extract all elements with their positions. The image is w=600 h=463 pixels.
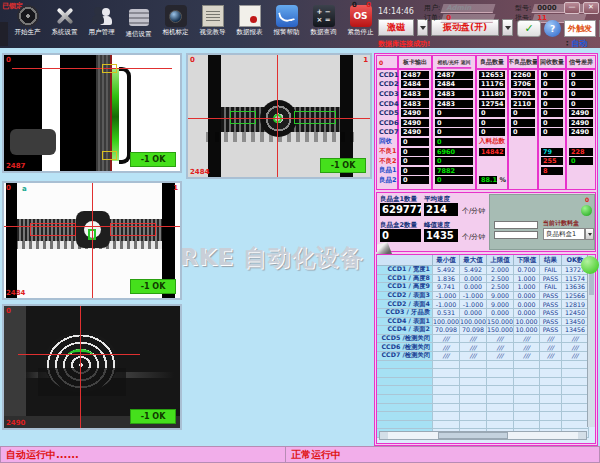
vibration-dropdown-arrow[interactable] bbox=[502, 19, 513, 36]
camera-view-1[interactable]: 0 2487 -1 OK bbox=[2, 53, 182, 173]
cam2-corner-index: 0 bbox=[190, 56, 195, 64]
current-box-select[interactable]: 良品料盒1 bbox=[543, 228, 585, 240]
close-button[interactable]: ✕ bbox=[583, 2, 599, 14]
measure-value-cell: PASS bbox=[540, 292, 562, 301]
cam2-fixture-bar bbox=[208, 55, 221, 177]
box-input-1[interactable] bbox=[494, 221, 538, 229]
cam4-crosshair-horizontal bbox=[18, 354, 140, 355]
user-field[interactable]: Admin bbox=[441, 4, 496, 13]
measure-value-cell: 5.492 bbox=[433, 266, 460, 275]
cam1-part-profile bbox=[119, 67, 131, 164]
titlebar: 已锁定 开始生产系统设置用户管理通信设置相机标定视觉教导数据报表报警帮助数据查询… bbox=[0, 0, 600, 48]
counts-value-box: 0 bbox=[435, 128, 473, 136]
estop-counters: 0 0 bbox=[352, 1, 371, 9]
counts-value-cell bbox=[539, 176, 565, 186]
status-left: 自动运行中...... bbox=[0, 446, 285, 463]
counts-value-cell: 0 bbox=[567, 89, 595, 99]
cam3-crosshair-vertical bbox=[92, 183, 93, 298]
cam4-corner-index: 0 bbox=[6, 307, 11, 315]
measure-value-cell bbox=[487, 421, 514, 430]
counts-value-box: 0 bbox=[435, 119, 473, 127]
counts-row-label: CCD6 bbox=[377, 118, 397, 128]
counts-value-cell bbox=[509, 166, 537, 176]
measurements-table: 最小值最大值上限值下限值结果OK数CCD1 / 宽度15.4925.4922.0… bbox=[377, 255, 589, 438]
cam2-count: 2484 bbox=[190, 168, 209, 176]
measure-value-cell: -1.000 bbox=[460, 300, 487, 309]
measure-value-cell bbox=[487, 378, 514, 387]
toolbar-emergency-stop-button[interactable]: OS紧急停止 bbox=[343, 5, 378, 39]
scroll-left-arrow[interactable] bbox=[380, 432, 388, 439]
toolbar-data-query-button[interactable]: 数据查询 bbox=[306, 5, 341, 39]
measure-value-cell: 100.000 bbox=[433, 318, 460, 327]
counts-column: 相机/光纤 返回248724842483248300006960078820 bbox=[433, 56, 475, 189]
counts-value-cell: 2490 bbox=[399, 108, 431, 118]
peak-speed-value: 1435 bbox=[424, 229, 458, 242]
unit-label: 个/分钟 bbox=[462, 206, 485, 216]
help-button[interactable]: ? bbox=[544, 20, 561, 37]
measure-value-cell: 0.000 bbox=[514, 292, 540, 301]
measure-row-label bbox=[377, 369, 433, 378]
measure-value-cell bbox=[562, 369, 589, 378]
current-box-dropdown-arrow[interactable] bbox=[585, 228, 594, 240]
horizontal-scrollbar[interactable] bbox=[379, 431, 587, 440]
toolbar-button-label: 紧急停止 bbox=[348, 28, 374, 37]
scroll-thumb[interactable] bbox=[438, 432, 508, 439]
cam3-roi-box bbox=[110, 223, 156, 236]
measure-value-cell bbox=[460, 369, 487, 378]
toolbar-button-label: 用户管理 bbox=[89, 28, 115, 37]
measure-value-cell bbox=[514, 361, 540, 370]
current-box-panel: 当前计数料盒 良品料盒1 0 bbox=[489, 194, 595, 250]
measure-value-cell bbox=[514, 404, 540, 413]
toolbar-start-production-button[interactable]: 开始生产 bbox=[10, 5, 45, 39]
counts-value-box: 0 bbox=[541, 90, 563, 98]
counts-value-box: 0 bbox=[435, 176, 473, 184]
toolbar-camera-calibration-button[interactable]: 相机标定 bbox=[158, 5, 193, 39]
toolbar-system-settings-button[interactable]: 系统设置 bbox=[47, 5, 82, 39]
box-input-2[interactable] bbox=[494, 231, 538, 239]
vertical-scrollbar[interactable] bbox=[587, 255, 595, 427]
toolbar-comm-settings-button[interactable]: 通信设置 bbox=[121, 5, 156, 39]
measure-value-cell bbox=[540, 369, 562, 378]
start-production-icon bbox=[17, 5, 39, 27]
counts-value-box: 0 bbox=[511, 128, 535, 136]
toolbar-vision-teaching-button[interactable]: 视觉教导 bbox=[195, 5, 230, 39]
measure-value-cell: 150.000 bbox=[487, 318, 514, 327]
counts-value-box: 0 bbox=[401, 157, 429, 165]
counts-value-box: 0 bbox=[541, 71, 563, 79]
counts-corner-label: 0 bbox=[377, 56, 397, 70]
toolbar-data-report-button[interactable]: 数据报表 bbox=[232, 5, 267, 39]
camera-view-3[interactable]: 0 a 1 2484 -1 OK bbox=[2, 181, 182, 300]
toolbar-alarm-help-button[interactable]: 报警帮助 bbox=[269, 5, 304, 39]
counts-row-label: 良品2 bbox=[377, 176, 397, 186]
counts-row-label: 不良1 bbox=[377, 147, 397, 157]
measure-value-cell: FAIL bbox=[540, 266, 562, 275]
counts-value-cell: 0 bbox=[399, 156, 431, 166]
measure-row-label: CCD1 / 高度8 bbox=[377, 275, 433, 284]
excite-button[interactable]: 激磁 bbox=[378, 19, 414, 36]
trigger-mode-select[interactable]: 外触发 bbox=[564, 20, 596, 37]
green-indicator-ball[interactable] bbox=[581, 256, 599, 274]
counts-value-box: 2484 bbox=[435, 80, 473, 88]
counts-value-cell: 2487 bbox=[433, 70, 475, 80]
confirm-button[interactable]: ✓ bbox=[517, 20, 541, 37]
counts-row-label-column: 0CCD1CCD2CCD3CCD4CCD5CCD6CCD7回收不良1不良2良品1… bbox=[377, 56, 397, 189]
counts-value-cell: 0 bbox=[539, 89, 565, 99]
minimize-button[interactable]: — bbox=[564, 2, 580, 14]
counts-row-label: 回收 bbox=[377, 137, 397, 147]
counts-value-box: 2483 bbox=[401, 100, 429, 108]
counts-value-cell: 2483 bbox=[399, 99, 431, 109]
measure-row-label: CCD6 /检测关闭 bbox=[377, 343, 433, 352]
counts-value-cell bbox=[477, 156, 507, 166]
scroll-right-arrow[interactable] bbox=[578, 432, 586, 439]
order-field[interactable]: 0 bbox=[441, 14, 496, 23]
counts-value-box: 2260 bbox=[511, 71, 535, 79]
counts-column: 不良品数量2260370637012110000 bbox=[509, 56, 537, 189]
measure-value-cell: 1.000 bbox=[514, 283, 540, 292]
camera-view-2[interactable]: 0 1 2484 -1 OK bbox=[186, 53, 372, 179]
toolbar-user-management-button[interactable]: 用户管理 bbox=[84, 5, 119, 39]
counts-row-label: CCD7 bbox=[377, 128, 397, 138]
measure-value-cell bbox=[460, 421, 487, 430]
measure-value-cell: 13456 bbox=[562, 326, 589, 335]
counts-value-box: 2490 bbox=[401, 119, 429, 127]
camera-view-4[interactable]: 0 2490 -1 OK bbox=[2, 304, 182, 430]
